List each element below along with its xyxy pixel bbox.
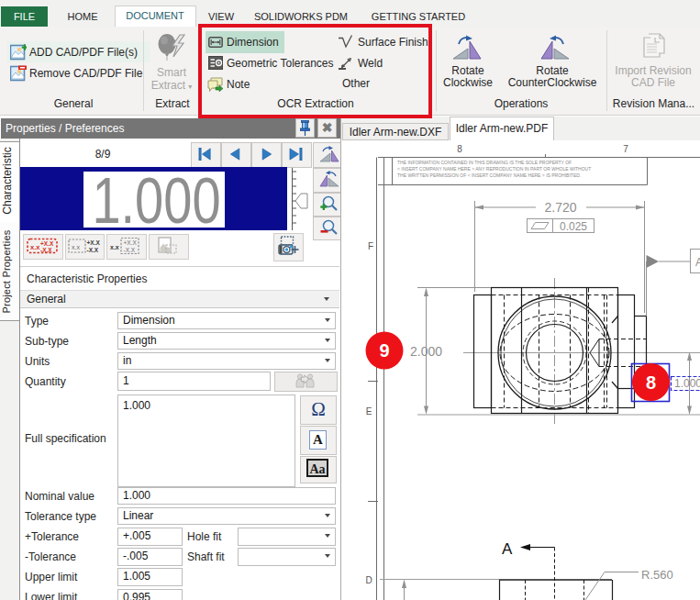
svg-text:A: A <box>502 540 513 558</box>
svg-text:D: D <box>365 575 372 585</box>
svg-text:8: 8 <box>646 372 656 393</box>
svg-text:7: 7 <box>623 144 628 154</box>
svg-text:+X.X: +X.X <box>40 240 54 247</box>
svg-text:E: E <box>366 406 372 417</box>
svg-text:-X.X: -X.X <box>40 247 52 253</box>
svg-text:x.x: x.x <box>72 244 80 250</box>
svg-text:1.000: 1.000 <box>674 377 700 390</box>
svg-text:+X.X: +X.X <box>124 239 138 246</box>
svg-text:2.000: 2.000 <box>410 344 442 359</box>
svg-text:THE WRITTEN PERMISSION OF: THE WRITTEN PERMISSION OF < INSERT COMPA… <box>397 172 581 178</box>
svg-text:R.560: R.560 <box>641 568 673 582</box>
svg-text:THE INFORMATION CONTAINED I: THE INFORMATION CONTAINED IN THIS DRAWIN… <box>397 160 572 165</box>
svg-text:8: 8 <box>457 144 462 154</box>
svg-text:< INSERT COMPANY NAME HERE >: < INSERT COMPANY NAME HERE > ANY REPRODU… <box>397 166 591 172</box>
svg-text:+X.X: +X.X <box>87 239 101 246</box>
svg-text:x.x: x.x <box>110 244 119 250</box>
svg-text:9: 9 <box>379 340 389 361</box>
svg-text:0.025: 0.025 <box>560 220 587 233</box>
svg-text:F: F <box>368 241 373 251</box>
svg-text:A: A <box>695 256 700 269</box>
svg-text:-X.X: -X.X <box>87 247 99 253</box>
svg-text:-X.X: -X.X <box>124 247 136 253</box>
svg-text:x.x: x.x <box>30 243 40 251</box>
svg-text:2.720: 2.720 <box>544 200 576 215</box>
